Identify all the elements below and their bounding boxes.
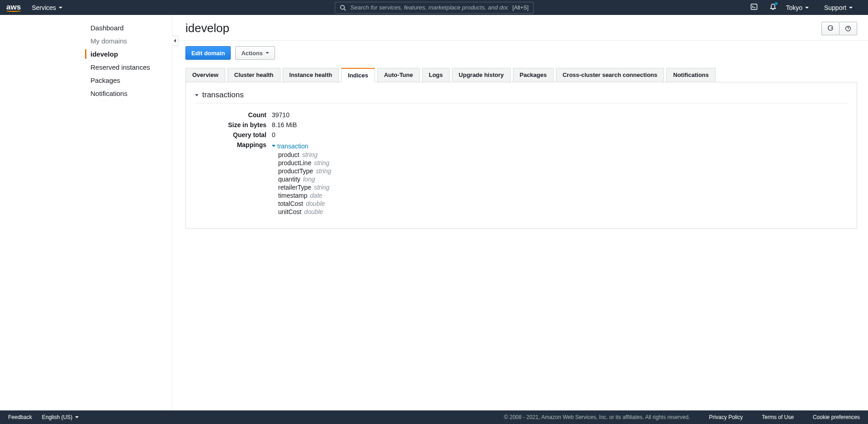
mapping-field-type: string bbox=[302, 151, 318, 158]
mappings-label: Mappings bbox=[195, 141, 272, 216]
region-menu[interactable]: Tokyo bbox=[786, 4, 809, 11]
services-menu[interactable]: Services bbox=[32, 4, 62, 11]
mapping-field-type: long bbox=[303, 176, 315, 183]
global-search[interactable]: [Alt+S] bbox=[335, 2, 534, 14]
mapping-field-name: retailerType bbox=[278, 184, 311, 191]
tab[interactable]: Cluster health bbox=[228, 68, 280, 82]
tab[interactable]: Packages bbox=[513, 68, 554, 82]
size-value: 8.16 MiB bbox=[272, 121, 848, 129]
mapping-field-name: productType bbox=[278, 167, 313, 175]
svg-rect-2 bbox=[751, 4, 757, 10]
page-title: idevelop bbox=[185, 21, 229, 35]
tab[interactable]: Cross-cluster search connections bbox=[556, 68, 664, 82]
svg-line-1 bbox=[344, 9, 346, 10]
aws-logo[interactable]: aws bbox=[6, 3, 21, 12]
index-name: transactions bbox=[202, 91, 244, 100]
mapping-field: totalCostdouble bbox=[278, 200, 848, 208]
tab[interactable]: Upgrade history bbox=[452, 68, 511, 82]
sidebar-divider bbox=[172, 15, 178, 410]
tab[interactable]: Indices bbox=[341, 68, 375, 82]
sidebar: DashboardMy domainsidevelopReserved inst… bbox=[0, 15, 172, 410]
support-menu[interactable]: Support bbox=[824, 4, 853, 11]
chevron-left-icon bbox=[174, 39, 176, 43]
mapping-field-name: product bbox=[278, 151, 299, 158]
edit-domain-button[interactable]: Edit domain bbox=[185, 46, 231, 60]
tab[interactable]: Logs bbox=[422, 68, 450, 82]
caret-down-icon bbox=[272, 145, 275, 147]
mapping-type-toggle[interactable]: transaction bbox=[272, 143, 308, 150]
sidebar-item[interactable]: Notifications bbox=[90, 87, 172, 100]
region-label: Tokyo bbox=[786, 4, 802, 11]
tab[interactable]: Auto-Tune bbox=[377, 68, 420, 82]
mapping-field-name: totalCost bbox=[278, 200, 303, 207]
mapping-field-type: double bbox=[304, 208, 323, 215]
mapping-field-name: timestamp bbox=[278, 192, 308, 199]
indices-panel: transactions Count 39710 Size in bytes 8… bbox=[185, 82, 857, 229]
search-input[interactable] bbox=[351, 4, 508, 11]
svg-point-0 bbox=[340, 5, 344, 9]
mapping-field: productstring bbox=[278, 151, 848, 159]
search-icon bbox=[340, 5, 346, 11]
tab[interactable]: Overview bbox=[185, 68, 225, 82]
chevron-down-icon bbox=[59, 7, 62, 9]
privacy-link[interactable]: Privacy Policy bbox=[709, 414, 743, 420]
mapping-field-name: unitCost bbox=[278, 208, 301, 215]
mapping-field-type: string bbox=[314, 159, 329, 167]
mapping-field-name: quantity bbox=[278, 176, 300, 183]
mapping-field: productTypestring bbox=[278, 167, 848, 175]
mapping-field-type: date bbox=[310, 192, 323, 199]
chevron-down-icon bbox=[849, 7, 853, 9]
notification-dot-icon bbox=[775, 2, 778, 5]
sidebar-item[interactable]: Packages bbox=[90, 74, 172, 87]
mapping-type-name: transaction bbox=[277, 143, 308, 150]
count-label: Count bbox=[195, 111, 272, 119]
top-nav: aws Services [Alt+S] Tokyo Support bbox=[0, 0, 868, 15]
feedback-link[interactable]: Feedback bbox=[8, 414, 32, 420]
tab[interactable]: Instance health bbox=[283, 68, 339, 82]
index-toggle[interactable]: transactions bbox=[195, 89, 848, 104]
mapping-field: timestampdate bbox=[278, 191, 848, 200]
mapping-field: unitCostdouble bbox=[278, 208, 848, 216]
chevron-down-icon bbox=[75, 416, 79, 418]
terms-link[interactable]: Terms of Use bbox=[762, 414, 794, 420]
mapping-field-type: double bbox=[306, 200, 325, 207]
cookie-link[interactable]: Cookie preferences bbox=[813, 414, 860, 420]
footer: Feedback English (US) © 2008 - 2021, Ama… bbox=[0, 410, 868, 424]
support-label: Support bbox=[824, 4, 846, 11]
main-content: idevelop Edit domain Actions bbox=[178, 15, 868, 410]
help-button[interactable] bbox=[840, 22, 857, 35]
mapping-field-name: productLine bbox=[278, 159, 311, 167]
language-label: English (US) bbox=[42, 414, 72, 420]
query-total-label: Query total bbox=[195, 131, 272, 138]
size-label: Size in bytes bbox=[195, 121, 272, 129]
help-icon bbox=[845, 25, 851, 32]
cloudshell-icon[interactable] bbox=[750, 3, 758, 12]
mapping-field: retailerTypestring bbox=[278, 183, 848, 191]
mapping-field-type: string bbox=[316, 167, 331, 175]
collapse-sidebar-button[interactable] bbox=[172, 36, 178, 46]
language-menu[interactable]: English (US) bbox=[42, 414, 79, 420]
sidebar-item[interactable]: My domains bbox=[90, 34, 172, 48]
actions-label: Actions bbox=[241, 50, 263, 57]
copyright: © 2008 - 2021, Amazon Web Services, Inc.… bbox=[504, 414, 690, 420]
chevron-down-icon bbox=[805, 7, 809, 9]
query-total-value: 0 bbox=[272, 131, 848, 138]
chevron-down-icon bbox=[266, 52, 269, 54]
tab[interactable]: Notifications bbox=[666, 68, 716, 82]
sidebar-item[interactable]: Dashboard bbox=[90, 21, 172, 34]
refresh-button[interactable] bbox=[821, 22, 840, 35]
sidebar-item[interactable]: Reserved instances bbox=[90, 61, 172, 74]
mapping-field-type: string bbox=[314, 184, 329, 191]
count-value: 39710 bbox=[272, 111, 848, 119]
tabs: OverviewCluster healthInstance healthInd… bbox=[185, 68, 857, 82]
services-label: Services bbox=[32, 4, 56, 11]
caret-down-icon bbox=[195, 94, 199, 96]
actions-menu-button[interactable]: Actions bbox=[235, 46, 275, 60]
notifications-icon[interactable] bbox=[769, 3, 777, 12]
search-shortcut: [Alt+S] bbox=[512, 5, 529, 11]
refresh-icon bbox=[827, 25, 834, 32]
mapping-field: quantitylong bbox=[278, 175, 848, 183]
sidebar-item[interactable]: idevelop bbox=[85, 48, 172, 61]
mapping-field: productLinestring bbox=[278, 159, 848, 167]
